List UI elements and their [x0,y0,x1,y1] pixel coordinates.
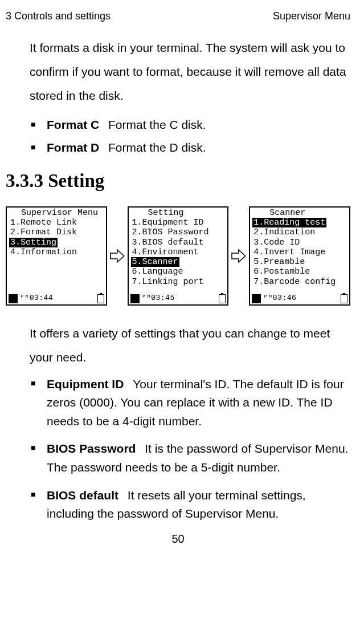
status-bar: ᴾᴹ03:46 [250,293,349,304]
screen-title: Scanner [250,208,349,218]
menu-item-selected: 3.Setting [9,238,58,247]
setting-item: Equipment ID Your terminal's ID. The def… [31,375,350,431]
menu-item: 1.Remote Link [9,218,78,227]
format-item: Format D Format the D disk. [31,136,350,159]
menu-item: 2.BIOS Password [131,227,210,237]
format-item: Format C Format the C disk. [31,113,350,136]
menu-item: 4.Information [9,247,78,257]
format-term: Format D [47,141,99,154]
screen-title: Setting [129,208,228,218]
screen-scanner: Scanner 1.Reading test 2.Indication 3.Co… [249,206,350,306]
screen-items: 1.Equipment ID 2.BIOS Password 3.BIOS de… [129,218,228,293]
signal-icon [252,294,261,303]
menu-item: 4.Environment [131,247,200,257]
menu-item: 7.Linking port [131,277,205,287]
menu-item-selected: 5.Scanner [131,257,179,267]
header-right: Supervisor Menu [273,10,350,22]
page-number: 50 [6,532,350,546]
setting-item: BIOS Password It is the password of Supe… [31,440,350,477]
status-bar: ᴾᴹ03:45 [129,293,228,304]
setting-term: Equipment ID [47,377,124,391]
menu-item: 2.Indication [252,227,316,237]
menu-item: 6.Language [131,267,185,277]
menu-item: 2.Format Disk [9,227,78,237]
screen-items: 1.Reading test 2.Indication 3.Code ID 4.… [250,218,349,293]
section-heading: 3.3.3 Setting [6,170,350,192]
intro-paragraph: It formats a disk in your terminal. The … [30,36,350,108]
menu-item: 3.Code ID [252,238,301,247]
screen-setting: Setting 1.Equipment ID 2.BIOS Password 3… [128,206,229,306]
format-term: Format C [47,118,99,131]
page-header: 3 Controls and settings Supervisor Menu [6,10,350,22]
status-bar: ᴾᴹ03:44 [7,293,106,304]
after-desc: It offers a variety of settings that you… [30,322,350,369]
menu-item: 6.Postamble [252,267,311,277]
menu-item: 5.Preamble [252,257,306,267]
signal-icon [130,294,140,303]
status-time: ᴾᴹ03:45 [142,294,218,303]
arrow-right-icon [231,247,247,265]
status-time: ᴾᴹ03:46 [263,294,340,303]
status-time: ᴾᴹ03:44 [20,294,96,303]
setting-term: BIOS default [47,489,118,502]
signal-icon [9,294,18,303]
setting-desc-list: Equipment ID Your terminal's ID. The def… [31,375,350,523]
header-left: 3 Controls and settings [6,10,111,22]
format-detail: Format the C disk. [108,118,206,131]
setting-term: BIOS Password [47,442,136,455]
battery-icon [341,294,347,303]
screen-supervisor-menu: Supervisor Menu 1.Remote Link 2.Format D… [6,206,107,306]
menu-item: 1.Equipment ID [131,218,205,227]
screen-items: 1.Remote Link 2.Format Disk 3.Setting 4.… [7,218,106,293]
screen-title: Supervisor Menu [7,208,106,218]
menu-item: 4.Invert Image [252,247,326,257]
battery-icon [97,294,104,303]
battery-icon [219,294,226,303]
format-list: Format C Format the C disk. Format D For… [31,113,350,159]
setting-item: BIOS default It resets all your terminal… [31,486,350,523]
arrow-right-icon [109,247,125,265]
menu-item: 3.BIOS default [131,238,205,247]
screens-row: Supervisor Menu 1.Remote Link 2.Format D… [6,206,350,306]
menu-item: 7.Barcode config [252,277,337,287]
menu-item-selected: 1.Reading test [252,218,326,227]
format-detail: Format the D disk. [108,141,206,154]
